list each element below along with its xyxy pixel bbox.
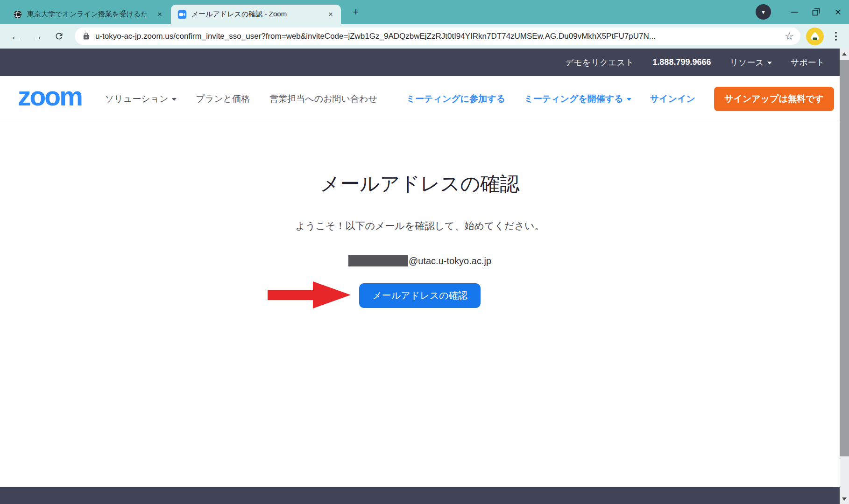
zoom-camera-icon bbox=[177, 10, 187, 19]
tab-utelecon[interactable]: 東京大学でオンライン授業を受けるた × bbox=[7, 5, 170, 24]
scroll-down-arrow[interactable] bbox=[840, 494, 849, 504]
chevron-down-icon bbox=[172, 98, 177, 101]
join-meeting-link[interactable]: ミーティングに参加する bbox=[406, 93, 506, 105]
scrollbar-thumb[interactable] bbox=[840, 60, 849, 456]
nav-right-links: ミーティングに参加する ミーティングを開催する サインイン サインアップは無料で… bbox=[406, 87, 834, 111]
plans-pricing-link[interactable]: プランと価格 bbox=[196, 93, 250, 105]
sign-in-link[interactable]: サインイン bbox=[650, 93, 695, 105]
page-footer bbox=[0, 487, 840, 504]
browser-menu-button[interactable] bbox=[832, 29, 840, 43]
zoom-logo[interactable]: zoom bbox=[18, 84, 82, 113]
globe-icon bbox=[13, 10, 22, 19]
browser-titlebar: 東京大学でオンライン授業を受けるた × メールアドレスの確認 - Zoom × … bbox=[0, 0, 849, 24]
nav-left-links: ソリューション プランと価格 営業担当へのお問い合わせ bbox=[105, 93, 377, 105]
signup-button[interactable]: サインアップは無料です bbox=[714, 87, 834, 111]
confirm-email-page: メールアドレスの確認 ようこそ！以下のメールを確認して、始めてください。 @ut… bbox=[0, 122, 840, 308]
restore-button[interactable] bbox=[805, 0, 827, 24]
close-window-button[interactable]: × bbox=[827, 0, 849, 24]
tab-close-icon[interactable]: × bbox=[154, 9, 165, 20]
new-tab-button[interactable]: + bbox=[349, 6, 362, 19]
browser-window: 東京大学でオンライン授業を受けるた × メールアドレスの確認 - Zoom × … bbox=[0, 0, 849, 504]
resources-menu[interactable]: リソース bbox=[729, 57, 771, 68]
red-arrow-annotation bbox=[268, 280, 351, 309]
restore-icon bbox=[812, 8, 820, 16]
support-link[interactable]: サポート bbox=[791, 57, 825, 68]
profile-avatar[interactable] bbox=[806, 28, 824, 45]
url-text: u-tokyo-ac-jp.zoom.us/confirm_invite_sso… bbox=[95, 32, 780, 41]
host-meeting-menu[interactable]: ミーティングを開催する bbox=[524, 93, 631, 105]
tab-search-button[interactable]: ▼ bbox=[756, 4, 771, 20]
window-controls: ▼ × bbox=[756, 0, 849, 24]
zoom-main-nav: zoom ソリューション プランと価格 営業担当へのお問い合わせ ミーティングに… bbox=[0, 76, 840, 122]
bookmark-star-icon[interactable]: ☆ bbox=[785, 30, 794, 42]
minimize-button[interactable] bbox=[783, 0, 805, 24]
chevron-down-icon bbox=[627, 98, 631, 101]
browser-toolbar: ← → u-tokyo-ac-jp.zoom.us/confirm_invite… bbox=[0, 24, 849, 49]
redacted-email-local-part bbox=[348, 255, 408, 266]
tab-zoom-confirm[interactable]: メールアドレスの確認 - Zoom × bbox=[171, 5, 341, 24]
email-domain: @utac.u-tokyo.ac.jp bbox=[409, 256, 491, 266]
confirm-email-button[interactable]: メールアドレスの確認 bbox=[359, 283, 480, 308]
email-address: @utac.u-tokyo.ac.jp bbox=[0, 255, 840, 266]
tab-title: メールアドレスの確認 - Zoom bbox=[191, 10, 325, 19]
page-content: デモをリクエスト 1.888.799.9666 リソース サポート zoom ソ… bbox=[0, 49, 840, 504]
close-icon: × bbox=[835, 7, 841, 18]
page-title: メールアドレスの確認 bbox=[0, 171, 840, 197]
request-demo-link[interactable]: デモをリクエスト bbox=[565, 57, 634, 68]
confirm-button-row: メールアドレスの確認 bbox=[0, 283, 840, 308]
contact-sales-link[interactable]: 営業担当へのお問い合わせ bbox=[269, 93, 377, 105]
scroll-up-arrow[interactable] bbox=[840, 49, 849, 59]
lock-icon bbox=[82, 32, 90, 40]
url-bar[interactable]: u-tokyo-ac-jp.zoom.us/confirm_invite_sso… bbox=[75, 28, 800, 45]
solutions-menu[interactable]: ソリューション bbox=[105, 93, 177, 105]
minimize-icon bbox=[791, 12, 798, 13]
chevron-down-icon bbox=[767, 62, 772, 64]
vertical-scrollbar[interactable] bbox=[840, 49, 849, 504]
back-button[interactable]: ← bbox=[7, 28, 24, 45]
reload-icon bbox=[54, 31, 64, 41]
tab-title: 東京大学でオンライン授業を受けるた bbox=[27, 10, 154, 19]
phone-number[interactable]: 1.888.799.9666 bbox=[652, 57, 711, 67]
welcome-text: ようこそ！以下のメールを確認して、始めてください。 bbox=[0, 219, 840, 232]
reload-button[interactable] bbox=[50, 28, 67, 45]
zoom-top-bar: デモをリクエスト 1.888.799.9666 リソース サポート bbox=[0, 49, 840, 76]
onigiri-icon bbox=[809, 30, 821, 42]
forward-button[interactable]: → bbox=[29, 28, 46, 45]
tab-close-icon[interactable]: × bbox=[325, 9, 336, 20]
